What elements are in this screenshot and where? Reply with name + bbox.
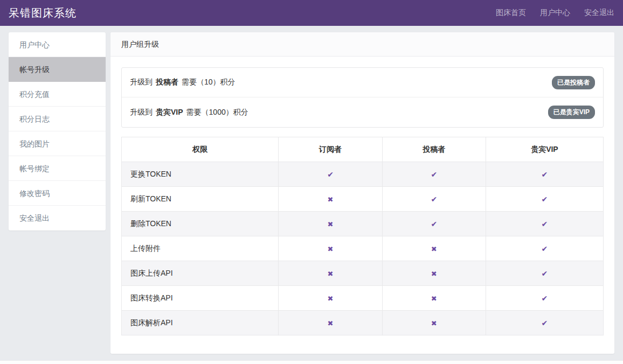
permission-mark-cell: ✔ bbox=[486, 162, 603, 187]
cross-icon: ✖ bbox=[328, 319, 334, 327]
permission-mark-cell: ✔ bbox=[279, 162, 382, 187]
table-row: 图床上传API✖✖✔ bbox=[122, 261, 604, 286]
upgrade-box: 升级到投稿者需要（10）积分 已是投稿者 升级到贵宾VIP需要（1000）积分 … bbox=[121, 67, 604, 128]
permission-mark-cell: ✖ bbox=[279, 311, 382, 335]
permission-name: 上传附件 bbox=[122, 236, 279, 261]
table-header-cell: 投稿者 bbox=[382, 137, 486, 162]
main-panel: 用户组升级 升级到投稿者需要（10）积分 已是投稿者 升级到贵宾VIP需要（10… bbox=[110, 32, 614, 354]
permission-mark-cell: ✔ bbox=[486, 311, 603, 335]
permission-mark-cell: ✔ bbox=[486, 261, 603, 286]
table-row: 上传附件✖✖✔ bbox=[122, 236, 604, 261]
permission-mark-cell: ✔ bbox=[486, 212, 603, 236]
check-icon: ✔ bbox=[542, 269, 548, 278]
check-icon: ✔ bbox=[542, 220, 548, 228]
header-nav-link[interactable]: 图床首页 bbox=[496, 8, 526, 18]
cross-icon: ✖ bbox=[328, 195, 334, 204]
permission-mark-cell: ✖ bbox=[382, 311, 486, 335]
table-header-cell: 订阅者 bbox=[279, 137, 382, 162]
top-header: 呆错图床系统 图床首页 用户中心 安全退出 bbox=[0, 0, 623, 26]
upgrade-prefix: 升级到 bbox=[130, 78, 153, 86]
upgrade-row: 升级到贵宾VIP需要（1000）积分 已是贵宾VIP bbox=[122, 97, 603, 127]
check-icon: ✔ bbox=[542, 244, 548, 253]
cross-icon: ✖ bbox=[328, 220, 334, 228]
permission-mark-cell: ✖ bbox=[382, 286, 486, 311]
upgrade-status-badge: 已是贵宾VIP bbox=[548, 106, 595, 119]
permission-name: 图床上传API bbox=[122, 261, 279, 286]
table-row: 删除TOKEN✖✔✔ bbox=[122, 212, 604, 236]
header-nav: 图床首页 用户中心 安全退出 bbox=[482, 8, 614, 18]
check-icon: ✔ bbox=[542, 319, 548, 327]
upgrade-text: 升级到贵宾VIP需要（1000）积分 bbox=[130, 108, 548, 117]
table-header-cell: 贵宾VIP bbox=[486, 137, 603, 162]
upgrade-requirement: 需要（10）积分 bbox=[182, 78, 236, 86]
cross-icon: ✖ bbox=[328, 295, 334, 303]
upgrade-status-badge: 已是投稿者 bbox=[552, 76, 595, 89]
table-row: 图床解析API✖✖✔ bbox=[122, 311, 604, 335]
upgrade-text: 升级到投稿者需要（10）积分 bbox=[130, 78, 552, 87]
check-icon: ✔ bbox=[431, 220, 437, 228]
permission-mark-cell: ✖ bbox=[279, 187, 382, 212]
upgrade-group: 贵宾VIP bbox=[156, 108, 183, 116]
check-icon: ✔ bbox=[431, 170, 437, 179]
upgrade-prefix: 升级到 bbox=[130, 108, 153, 116]
permission-mark-cell: ✖ bbox=[279, 236, 382, 261]
sidebar-item[interactable]: 用户中心 bbox=[9, 32, 106, 57]
header-nav-link[interactable]: 安全退出 bbox=[584, 8, 614, 18]
sidebar-item[interactable]: 帐号绑定 bbox=[9, 156, 106, 181]
permission-mark-cell: ✖ bbox=[279, 261, 382, 286]
permission-name: 删除TOKEN bbox=[122, 212, 279, 236]
check-icon: ✔ bbox=[542, 170, 548, 179]
table-row: 刷新TOKEN✖✔✔ bbox=[122, 187, 604, 212]
upgrade-requirement: 需要（1000）积分 bbox=[186, 108, 248, 116]
permission-mark-cell: ✖ bbox=[382, 236, 486, 261]
sidebar: 用户中心 帐号升级 积分充值 积分日志 我的图片 帐号绑定 修改密码 安全退出 bbox=[9, 32, 106, 230]
app-title: 呆错图床系统 bbox=[9, 6, 77, 20]
permissions-table: 权限订阅者投稿者贵宾VIP 更换TOKEN✔✔✔刷新TOKEN✖✔✔删除TOKE… bbox=[121, 137, 604, 335]
table-header-row: 权限订阅者投稿者贵宾VIP bbox=[122, 137, 604, 162]
cross-icon: ✖ bbox=[431, 295, 437, 303]
header-nav-link[interactable]: 用户中心 bbox=[540, 8, 570, 18]
panel-body: 升级到投稿者需要（10）积分 已是投稿者 升级到贵宾VIP需要（1000）积分 … bbox=[110, 57, 614, 346]
permission-name: 刷新TOKEN bbox=[122, 187, 279, 212]
sidebar-item[interactable]: 修改密码 bbox=[9, 181, 106, 206]
permission-name: 更换TOKEN bbox=[122, 162, 279, 187]
footer bbox=[0, 361, 623, 364]
page-layout: 用户中心 帐号升级 积分充值 积分日志 我的图片 帐号绑定 修改密码 安全退出 … bbox=[0, 26, 623, 354]
sidebar-item[interactable]: 安全退出 bbox=[9, 206, 106, 230]
table-row: 更换TOKEN✔✔✔ bbox=[122, 162, 604, 187]
cross-icon: ✖ bbox=[431, 245, 437, 253]
panel-title: 用户组升级 bbox=[110, 32, 614, 57]
table-row: 图床转换API✖✖✔ bbox=[122, 286, 604, 311]
check-icon: ✔ bbox=[431, 195, 437, 204]
check-icon: ✔ bbox=[327, 170, 334, 179]
permission-name: 图床转换API bbox=[122, 286, 279, 311]
table-header-cell: 权限 bbox=[122, 137, 279, 162]
permission-mark-cell: ✔ bbox=[382, 187, 486, 212]
permission-mark-cell: ✖ bbox=[279, 286, 382, 311]
cross-icon: ✖ bbox=[328, 245, 334, 253]
upgrade-group: 投稿者 bbox=[156, 78, 178, 86]
permission-name: 图床解析API bbox=[122, 311, 279, 335]
cross-icon: ✖ bbox=[328, 270, 334, 278]
permission-mark-cell: ✔ bbox=[486, 187, 603, 212]
sidebar-item[interactable]: 帐号升级 bbox=[9, 57, 106, 82]
permission-mark-cell: ✔ bbox=[486, 286, 603, 311]
check-icon: ✔ bbox=[542, 294, 548, 303]
permission-mark-cell: ✖ bbox=[382, 261, 486, 286]
permission-mark-cell: ✖ bbox=[279, 212, 382, 236]
upgrade-row: 升级到投稿者需要（10）积分 已是投稿者 bbox=[122, 68, 603, 97]
permission-mark-cell: ✔ bbox=[382, 162, 486, 187]
permission-mark-cell: ✔ bbox=[382, 212, 486, 236]
sidebar-item[interactable]: 积分日志 bbox=[9, 107, 106, 131]
cross-icon: ✖ bbox=[431, 319, 437, 327]
sidebar-item[interactable]: 积分充值 bbox=[9, 82, 106, 107]
check-icon: ✔ bbox=[542, 195, 548, 204]
sidebar-item[interactable]: 我的图片 bbox=[9, 131, 106, 156]
permission-mark-cell: ✔ bbox=[486, 236, 603, 261]
cross-icon: ✖ bbox=[431, 270, 437, 278]
